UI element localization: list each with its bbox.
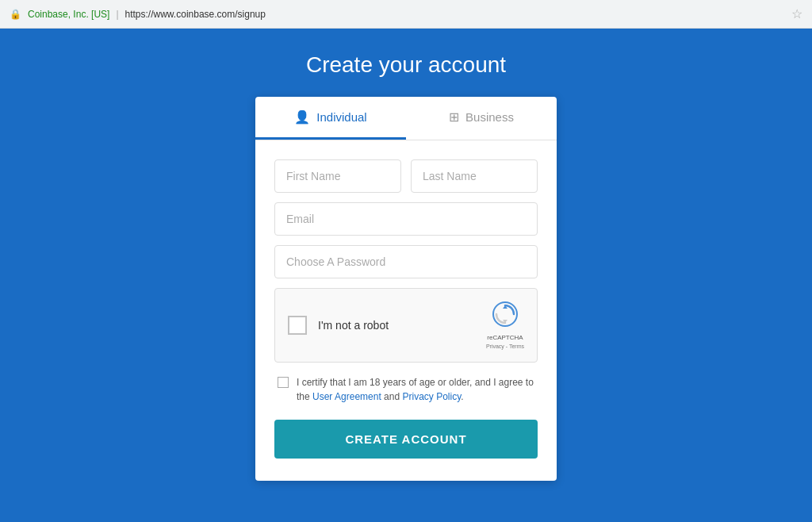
recaptcha-logo-icon: [492, 301, 518, 332]
terms-suffix: .: [461, 391, 463, 402]
tab-individual-label: Individual: [316, 110, 366, 124]
lock-icon: 🔒: [10, 9, 21, 20]
email-input[interactable]: [274, 202, 538, 236]
recaptcha-left: I'm not a robot: [288, 316, 389, 335]
terms-text: I certify that I am 18 years of age or o…: [297, 375, 534, 404]
account-type-tabs: 👤 Individual ⊞ Business: [255, 97, 557, 140]
recaptcha-label: I'm not a robot: [318, 319, 389, 332]
terms-row: I certify that I am 18 years of age or o…: [274, 375, 538, 404]
first-name-input[interactable]: [274, 159, 401, 193]
separator: |: [116, 9, 118, 20]
signup-card: 👤 Individual ⊞ Business: [255, 97, 557, 481]
last-name-input[interactable]: [411, 159, 538, 193]
recaptcha-brand-text: reCAPTCHA: [487, 333, 523, 342]
page-title: Create your account: [306, 52, 506, 78]
site-name: Coinbase, Inc. [US]: [28, 9, 109, 20]
name-row: [274, 159, 538, 193]
recaptcha-checkbox[interactable]: [288, 316, 307, 335]
privacy-policy-link[interactable]: Privacy Policy: [402, 391, 461, 402]
recaptcha-widget[interactable]: I'm not a robot reCAPTCHA Privacy - Ter: [274, 288, 538, 363]
terms-checkbox[interactable]: [278, 377, 289, 388]
business-icon: ⊞: [449, 109, 459, 125]
tab-business[interactable]: ⊞ Business: [406, 97, 557, 140]
recaptcha-policy-links: Privacy - Terms: [486, 344, 524, 349]
recaptcha-branding: reCAPTCHA Privacy - Terms: [486, 301, 524, 349]
bookmark-icon[interactable]: ☆: [791, 6, 802, 21]
email-row: [274, 202, 538, 236]
page-background: Create your account 👤 Individual ⊞ Busin…: [0, 29, 812, 522]
user-agreement-link[interactable]: User Agreement: [312, 391, 381, 402]
tab-business-label: Business: [465, 110, 514, 124]
browser-bar: 🔒 Coinbase, Inc. [US] | https://www.coin…: [0, 0, 812, 29]
terms-and: and: [384, 391, 400, 402]
password-input[interactable]: [274, 245, 538, 278]
individual-icon: 👤: [294, 109, 310, 125]
tab-individual[interactable]: 👤 Individual: [255, 97, 406, 140]
url-bar: https://www.coinbase.com/signup: [125, 9, 266, 20]
create-account-button[interactable]: CREATE ACCOUNT: [274, 420, 538, 459]
form-body: I'm not a robot reCAPTCHA Privacy - Ter: [255, 159, 557, 459]
password-row: [274, 245, 538, 278]
